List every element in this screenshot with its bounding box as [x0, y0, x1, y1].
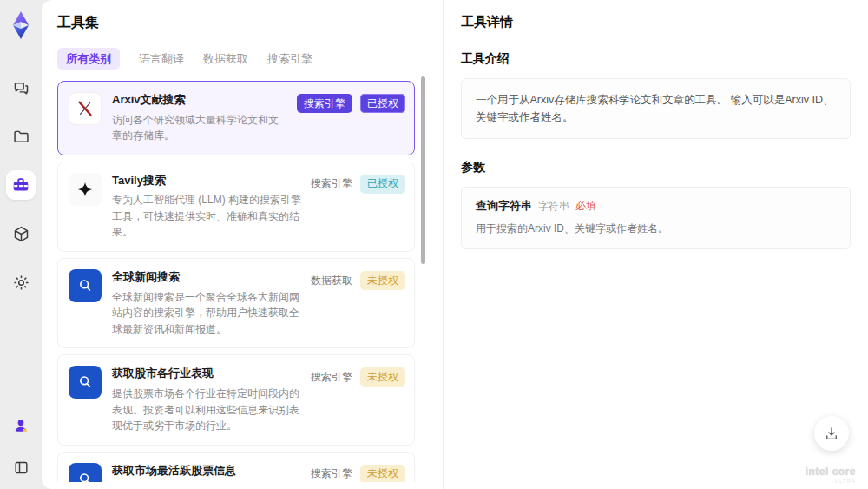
intel-core-wordmark: intel core: [806, 466, 856, 477]
page-title: 工具集: [57, 14, 443, 32]
category-label: 搜索引擎: [311, 176, 352, 191]
tool-desc: 全球新闻搜索是一个聚合全球各大新闻网站内容的搜索引擎，帮助用户快速获取全球最新资…: [112, 289, 302, 338]
gear-icon: [12, 274, 30, 292]
intel-core-logo: intel core ULTRA: [806, 466, 856, 484]
list-scrollbar[interactable]: [421, 76, 425, 264]
tool-row-tavily[interactable]: Tavily搜索 专为人工智能代理 (LLM) 构建的搜索引擎工具，可快速提供实…: [57, 162, 415, 252]
tool-name: Arxiv文献搜索: [112, 92, 288, 108]
intro-heading: 工具介绍: [461, 51, 851, 67]
category-label: 搜索引擎: [311, 466, 352, 481]
tool-name: 获取股市各行业表现: [112, 366, 302, 381]
nav-chat[interactable]: [6, 73, 36, 102]
stock-search-icon: [69, 463, 102, 482]
status-badge: 已授权: [360, 94, 405, 113]
status-badge: 未授权: [360, 465, 405, 482]
tab-all-categories[interactable]: 所有类别: [57, 48, 120, 70]
tavily-star-icon: [69, 173, 102, 206]
tool-desc: 访问各个研究领域大量科学论文和文章的存储库。: [112, 112, 288, 144]
param-required-flag: 必填: [575, 199, 596, 214]
collapse-sidebar-button[interactable]: [6, 453, 36, 482]
tool-intro-text: 一个用于从Arxiv存储库搜索科学论文和文章的工具。 输入可以是Arxiv ID…: [461, 78, 851, 139]
tab-translation[interactable]: 语言翻译: [139, 51, 184, 67]
news-search-icon: [69, 269, 102, 302]
param-type: 字符串: [538, 199, 569, 214]
tool-name: 获取市场最活跃股票信息: [112, 463, 302, 479]
panel-collapse-icon: [13, 459, 30, 476]
status-badge: 未授权: [360, 271, 405, 290]
tool-name: Tavily搜索: [112, 173, 302, 188]
nav-files[interactable]: [6, 122, 36, 151]
user-icon: [12, 417, 30, 434]
package-icon: [12, 225, 30, 243]
user-avatar[interactable]: [6, 411, 36, 440]
download-button[interactable]: [814, 416, 849, 451]
category-tabs: 所有类别 语言翻译 数据获取 搜索引擎: [57, 48, 443, 70]
nav-settings[interactable]: [6, 268, 36, 297]
nav-toolbox[interactable]: [6, 170, 36, 200]
tool-row-sector-performance[interactable]: 获取股市各行业表现 提供股票市场各个行业在特定时间段内的表现。投资者可以利用这些…: [57, 354, 415, 445]
tab-search-engine[interactable]: 搜索引擎: [267, 51, 312, 67]
folder-icon: [12, 128, 30, 146]
tool-desc: 专为人工智能代理 (LLM) 构建的搜索引擎工具，可快速提供实时、准确和真实的结…: [112, 192, 302, 241]
stock-search-icon: [69, 366, 102, 399]
main-card: 工具集 所有类别 语言翻译 数据获取 搜索引擎 Arxiv文献搜索 访问各个研究…: [42, 0, 868, 489]
intel-ultra-label: ULTRA: [806, 479, 856, 484]
tool-row-global-news[interactable]: 全球新闻搜索 全球新闻搜索是一个聚合全球各大新闻网站内容的搜索引擎，帮助用户快速…: [57, 258, 415, 348]
tool-desc: 提供股票市场各个行业在特定时间段内的表现。投资者可以利用这些信息来识别表现优于或…: [112, 386, 302, 434]
category-badge: 搜索引擎: [297, 94, 352, 113]
category-label: 搜索引擎: [311, 370, 352, 385]
app-logo-icon[interactable]: [8, 10, 34, 40]
arxiv-logo-icon: [69, 92, 102, 125]
status-badge: 已授权: [360, 175, 405, 194]
tool-detail-pane: 工具详情 工具介绍 一个用于从Arxiv存储库搜索科学论文和文章的工具。 输入可…: [443, 0, 868, 489]
param-desc: 用于搜索的Arxiv ID、关键字或作者姓名。: [476, 221, 836, 236]
param-name: 查询字符串: [476, 198, 532, 214]
tool-row-arxiv[interactable]: Arxiv文献搜索 访问各个研究领域大量科学论文和文章的存储库。 搜索引擎 已授…: [57, 81, 415, 155]
tool-list: Arxiv文献搜索 访问各个研究领域大量科学论文和文章的存储库。 搜索引擎 已授…: [57, 81, 415, 482]
nav-models[interactable]: [6, 219, 36, 248]
param-card: 查询字符串 字符串 必填 用于搜索的Arxiv ID、关键字或作者姓名。: [461, 187, 851, 249]
status-badge: 未授权: [360, 367, 405, 387]
tool-name: 全球新闻搜索: [112, 269, 302, 285]
download-icon: [824, 426, 839, 441]
tool-row-most-active-stocks[interactable]: 获取市场最活跃股票信息 提供当天交易量最高的股票列表，投资者可以利用这些信息来识…: [57, 452, 415, 482]
tab-data-fetch[interactable]: 数据获取: [203, 51, 248, 67]
toolbox-icon: [11, 175, 30, 195]
category-label: 数据获取: [311, 274, 352, 288]
app-rail: [0, 0, 42, 489]
detail-title: 工具详情: [461, 14, 851, 30]
params-heading: 参数: [461, 160, 851, 175]
chat-icon: [12, 79, 30, 97]
tool-list-pane: 工具集 所有类别 语言翻译 数据获取 搜索引擎 Arxiv文献搜索 访问各个研究…: [42, 0, 443, 489]
